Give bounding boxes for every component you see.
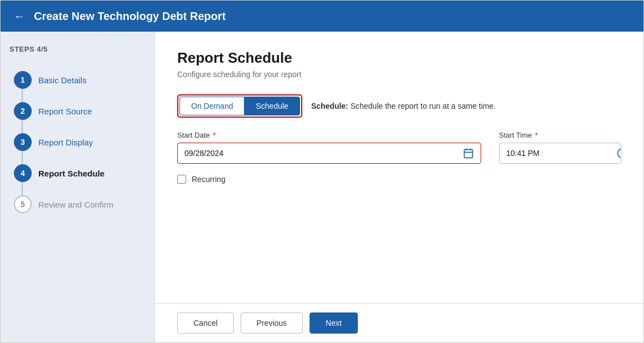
page-title: Report Schedule — [177, 49, 621, 67]
start-time-group: Start Time * — [499, 131, 621, 164]
start-date-input-wrapper — [177, 143, 481, 164]
start-date-group: Start Date * — [177, 131, 481, 164]
schedule-description-text: Schedule the report to run at a same tim… — [348, 102, 496, 110]
svg-rect-0 — [465, 149, 473, 158]
footer: Cancel Previous Next — [155, 303, 643, 342]
schedule-description-bold: Schedule: — [311, 102, 348, 110]
step-label-4: Report Schedule — [38, 169, 104, 178]
step-label-3: Report Display — [38, 138, 93, 147]
svg-point-4 — [618, 149, 621, 158]
start-time-input-wrapper — [499, 143, 621, 164]
step-circle-1: 1 — [14, 71, 32, 89]
schedule-button[interactable]: Schedule — [244, 97, 299, 115]
sidebar-item-report-source[interactable]: 2 Report Source — [9, 95, 146, 127]
step-circle-2: 2 — [14, 102, 32, 120]
toggle-wrapper: On Demand Schedule — [177, 94, 302, 118]
back-icon[interactable]: ← — [14, 10, 25, 23]
sidebar-item-review-confirm[interactable]: 5 Review and Confirm — [9, 189, 146, 220]
sidebar-item-report-schedule[interactable]: 4 Report Schedule — [9, 158, 146, 189]
on-demand-button[interactable]: On Demand — [179, 97, 244, 115]
recurring-label[interactable]: Recurring — [192, 175, 226, 184]
recurring-checkbox[interactable] — [177, 175, 186, 184]
content-area: Report Schedule Configure scheduling for… — [155, 32, 643, 342]
step-label-1: Basic Details — [38, 75, 87, 85]
start-date-label: Start Date * — [177, 131, 481, 139]
clock-icon[interactable] — [610, 148, 621, 159]
previous-button[interactable]: Previous — [241, 312, 303, 334]
start-time-input[interactable] — [500, 143, 610, 163]
sidebar-item-basic-details[interactable]: 1 Basic Details — [9, 64, 146, 95]
recurring-row: Recurring — [177, 175, 621, 184]
toggle-section: On Demand Schedule Schedule: Schedule th… — [177, 94, 621, 118]
step-circle-4: 4 — [14, 164, 32, 182]
main-layout: STEPS 4/5 1 Basic Details 2 Report Sourc… — [1, 32, 643, 342]
sidebar-item-report-display[interactable]: 3 Report Display — [9, 127, 146, 158]
start-time-required: * — [533, 131, 538, 139]
start-date-input[interactable] — [178, 143, 456, 163]
step-circle-3: 3 — [14, 133, 32, 151]
step-label-2: Report Source — [38, 107, 92, 116]
sidebar: STEPS 4/5 1 Basic Details 2 Report Sourc… — [1, 32, 155, 342]
start-date-required: * — [211, 131, 216, 139]
step-label-5: Review and Confirm — [38, 200, 113, 209]
steps-label: STEPS 4/5 — [9, 45, 146, 53]
content-inner: Report Schedule Configure scheduling for… — [155, 32, 643, 303]
step-circle-5: 5 — [14, 195, 32, 213]
start-time-label: Start Time * — [499, 131, 621, 139]
schedule-description: Schedule: Schedule the report to run at … — [311, 102, 496, 110]
calendar-icon[interactable] — [456, 148, 481, 159]
header-title: Create New Technology Debt Report — [34, 10, 226, 23]
header: ← Create New Technology Debt Report — [1, 1, 643, 32]
app-container: ← Create New Technology Debt Report STEP… — [0, 0, 644, 343]
next-button[interactable]: Next — [309, 312, 358, 334]
page-subtitle: Configure scheduling for your report — [177, 70, 621, 79]
date-time-row: Start Date * — [177, 131, 621, 164]
cancel-button[interactable]: Cancel — [177, 312, 234, 334]
